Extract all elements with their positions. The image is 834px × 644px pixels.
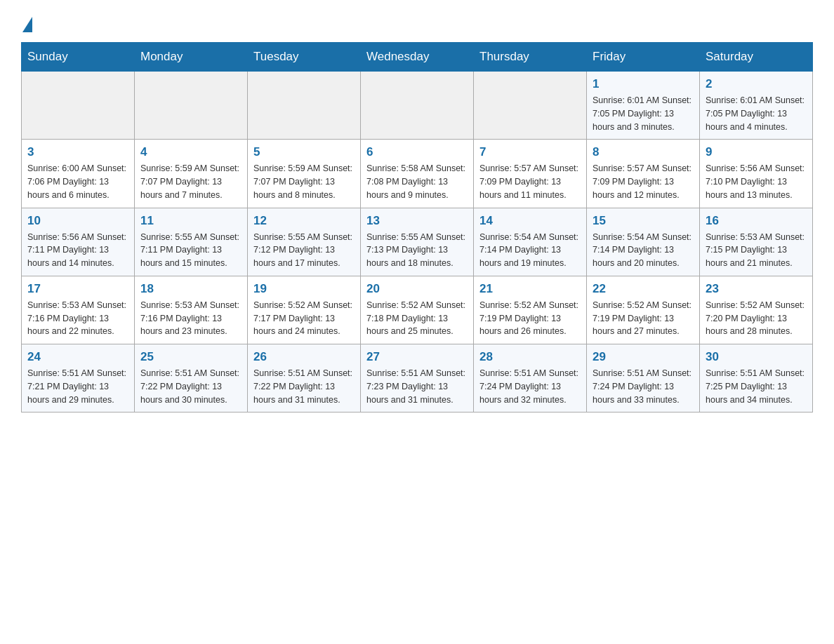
- calendar-cell: 24Sunrise: 5:51 AM Sunset: 7:21 PM Dayli…: [22, 344, 135, 412]
- calendar-cell: 11Sunrise: 5:55 AM Sunset: 7:11 PM Dayli…: [135, 208, 248, 276]
- day-number: 10: [27, 214, 128, 228]
- calendar-cell: 13Sunrise: 5:55 AM Sunset: 7:13 PM Dayli…: [361, 208, 474, 276]
- day-number: 6: [366, 145, 468, 159]
- day-info: Sunrise: 5:52 AM Sunset: 7:19 PM Dayligh…: [593, 299, 694, 338]
- page-header: [21, 14, 813, 28]
- day-info: Sunrise: 5:53 AM Sunset: 7:16 PM Dayligh…: [27, 299, 128, 338]
- day-number: 16: [706, 214, 807, 228]
- calendar-cell: 6Sunrise: 5:58 AM Sunset: 7:08 PM Daylig…: [361, 140, 474, 208]
- day-info: Sunrise: 5:52 AM Sunset: 7:20 PM Dayligh…: [706, 299, 807, 338]
- calendar-week-row: 3Sunrise: 6:00 AM Sunset: 7:06 PM Daylig…: [22, 140, 813, 208]
- calendar-cell: 30Sunrise: 5:51 AM Sunset: 7:25 PM Dayli…: [700, 344, 813, 412]
- day-info: Sunrise: 5:55 AM Sunset: 7:12 PM Dayligh…: [253, 231, 355, 270]
- day-info: Sunrise: 5:59 AM Sunset: 7:07 PM Dayligh…: [140, 162, 241, 201]
- day-info: Sunrise: 5:57 AM Sunset: 7:09 PM Dayligh…: [479, 162, 581, 201]
- day-number: 21: [479, 282, 581, 296]
- day-info: Sunrise: 5:51 AM Sunset: 7:21 PM Dayligh…: [27, 367, 128, 406]
- day-info: Sunrise: 5:52 AM Sunset: 7:18 PM Dayligh…: [366, 299, 468, 338]
- calendar-cell: 2Sunrise: 6:01 AM Sunset: 7:05 PM Daylig…: [700, 72, 813, 140]
- day-info: Sunrise: 5:57 AM Sunset: 7:09 PM Dayligh…: [593, 162, 694, 201]
- day-info: Sunrise: 5:51 AM Sunset: 7:22 PM Dayligh…: [140, 367, 241, 406]
- day-number: 3: [27, 145, 128, 159]
- calendar-cell: 8Sunrise: 5:57 AM Sunset: 7:09 PM Daylig…: [587, 140, 700, 208]
- day-info: Sunrise: 5:53 AM Sunset: 7:15 PM Dayligh…: [706, 231, 807, 270]
- day-number: 20: [366, 282, 468, 296]
- day-info: Sunrise: 5:51 AM Sunset: 7:23 PM Dayligh…: [366, 367, 468, 406]
- calendar-week-row: 24Sunrise: 5:51 AM Sunset: 7:21 PM Dayli…: [22, 344, 813, 412]
- calendar-header-friday: Friday: [587, 43, 700, 72]
- day-info: Sunrise: 5:51 AM Sunset: 7:24 PM Dayligh…: [593, 367, 694, 406]
- calendar-cell: 12Sunrise: 5:55 AM Sunset: 7:12 PM Dayli…: [248, 208, 361, 276]
- calendar-header-wednesday: Wednesday: [361, 43, 474, 72]
- calendar-cell: [22, 72, 135, 140]
- calendar-cell: 18Sunrise: 5:53 AM Sunset: 7:16 PM Dayli…: [135, 276, 248, 344]
- day-number: 2: [706, 77, 807, 91]
- calendar-header-thursday: Thursday: [474, 43, 587, 72]
- day-number: 1: [593, 77, 694, 91]
- day-number: 25: [140, 350, 241, 364]
- day-info: Sunrise: 5:54 AM Sunset: 7:14 PM Dayligh…: [479, 231, 581, 270]
- day-info: Sunrise: 6:00 AM Sunset: 7:06 PM Dayligh…: [27, 162, 128, 201]
- calendar-cell: 9Sunrise: 5:56 AM Sunset: 7:10 PM Daylig…: [700, 140, 813, 208]
- calendar-week-row: 10Sunrise: 5:56 AM Sunset: 7:11 PM Dayli…: [22, 208, 813, 276]
- day-number: 30: [706, 350, 807, 364]
- calendar-cell: 14Sunrise: 5:54 AM Sunset: 7:14 PM Dayli…: [474, 208, 587, 276]
- day-info: Sunrise: 5:51 AM Sunset: 7:25 PM Dayligh…: [706, 367, 807, 406]
- day-number: 11: [140, 214, 241, 228]
- calendar-cell: 23Sunrise: 5:52 AM Sunset: 7:20 PM Dayli…: [700, 276, 813, 344]
- calendar-cell: 27Sunrise: 5:51 AM Sunset: 7:23 PM Dayli…: [361, 344, 474, 412]
- day-info: Sunrise: 5:51 AM Sunset: 7:24 PM Dayligh…: [479, 367, 581, 406]
- calendar-cell: 1Sunrise: 6:01 AM Sunset: 7:05 PM Daylig…: [587, 72, 700, 140]
- day-info: Sunrise: 6:01 AM Sunset: 7:05 PM Dayligh…: [706, 94, 807, 133]
- calendar-cell: 25Sunrise: 5:51 AM Sunset: 7:22 PM Dayli…: [135, 344, 248, 412]
- day-number: 5: [253, 145, 355, 159]
- day-number: 8: [593, 145, 694, 159]
- day-number: 9: [706, 145, 807, 159]
- calendar-header-row: SundayMondayTuesdayWednesdayThursdayFrid…: [22, 43, 813, 72]
- day-number: 7: [479, 145, 581, 159]
- day-info: Sunrise: 5:59 AM Sunset: 7:07 PM Dayligh…: [253, 162, 355, 201]
- day-number: 13: [366, 214, 468, 228]
- day-number: 17: [27, 282, 128, 296]
- calendar-cell: 15Sunrise: 5:54 AM Sunset: 7:14 PM Dayli…: [587, 208, 700, 276]
- calendar-header-monday: Monday: [135, 43, 248, 72]
- day-info: Sunrise: 5:55 AM Sunset: 7:13 PM Dayligh…: [366, 231, 468, 270]
- day-info: Sunrise: 5:52 AM Sunset: 7:19 PM Dayligh…: [479, 299, 581, 338]
- day-number: 12: [253, 214, 355, 228]
- calendar-cell: 4Sunrise: 5:59 AM Sunset: 7:07 PM Daylig…: [135, 140, 248, 208]
- day-info: Sunrise: 6:01 AM Sunset: 7:05 PM Dayligh…: [593, 94, 694, 133]
- day-info: Sunrise: 5:51 AM Sunset: 7:22 PM Dayligh…: [253, 367, 355, 406]
- day-number: 14: [479, 214, 581, 228]
- calendar-cell: 22Sunrise: 5:52 AM Sunset: 7:19 PM Dayli…: [587, 276, 700, 344]
- day-info: Sunrise: 5:56 AM Sunset: 7:11 PM Dayligh…: [27, 231, 128, 270]
- calendar-cell: 16Sunrise: 5:53 AM Sunset: 7:15 PM Dayli…: [700, 208, 813, 276]
- day-number: 24: [27, 350, 128, 364]
- calendar-cell: 3Sunrise: 6:00 AM Sunset: 7:06 PM Daylig…: [22, 140, 135, 208]
- calendar-cell: [248, 72, 361, 140]
- day-number: 4: [140, 145, 241, 159]
- calendar-cell: 17Sunrise: 5:53 AM Sunset: 7:16 PM Dayli…: [22, 276, 135, 344]
- day-number: 28: [479, 350, 581, 364]
- logo: [21, 14, 32, 28]
- day-number: 26: [253, 350, 355, 364]
- calendar-week-row: 1Sunrise: 6:01 AM Sunset: 7:05 PM Daylig…: [22, 72, 813, 140]
- calendar-cell: 26Sunrise: 5:51 AM Sunset: 7:22 PM Dayli…: [248, 344, 361, 412]
- calendar-cell: 7Sunrise: 5:57 AM Sunset: 7:09 PM Daylig…: [474, 140, 587, 208]
- calendar-cell: [135, 72, 248, 140]
- calendar-cell: 10Sunrise: 5:56 AM Sunset: 7:11 PM Dayli…: [22, 208, 135, 276]
- day-number: 23: [706, 282, 807, 296]
- day-number: 22: [593, 282, 694, 296]
- logo-triangle-icon: [22, 17, 32, 32]
- calendar-cell: 29Sunrise: 5:51 AM Sunset: 7:24 PM Dayli…: [587, 344, 700, 412]
- calendar-cell: [361, 72, 474, 140]
- day-number: 19: [253, 282, 355, 296]
- day-number: 18: [140, 282, 241, 296]
- calendar-header-sunday: Sunday: [22, 43, 135, 72]
- day-number: 27: [366, 350, 468, 364]
- day-info: Sunrise: 5:55 AM Sunset: 7:11 PM Dayligh…: [140, 231, 241, 270]
- calendar-cell: 19Sunrise: 5:52 AM Sunset: 7:17 PM Dayli…: [248, 276, 361, 344]
- calendar-cell: 5Sunrise: 5:59 AM Sunset: 7:07 PM Daylig…: [248, 140, 361, 208]
- calendar-table: SundayMondayTuesdayWednesdayThursdayFrid…: [21, 42, 813, 412]
- calendar-header-tuesday: Tuesday: [248, 43, 361, 72]
- day-number: 29: [593, 350, 694, 364]
